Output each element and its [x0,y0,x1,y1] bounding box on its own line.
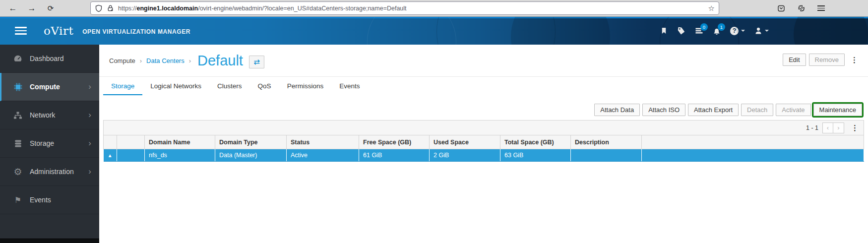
dashboard-gauge-icon [13,54,23,63]
tab-qos[interactable]: QoS [250,77,279,95]
sidebar-item-network[interactable]: Network [0,101,99,129]
table-row[interactable]: nfs_ds Data (Master) Active 61 GiB 2 GiB… [104,149,864,162]
tab-permissions[interactable]: Permissions [279,77,332,95]
breadcrumb: Compute Data Centers Default [99,45,868,69]
sidebar-item-compute[interactable]: Compute [0,73,99,101]
col-total-space[interactable]: Total Space (GB) [500,135,571,149]
status-up-icon [104,149,117,162]
col-domain-name[interactable]: Domain Name [145,135,215,149]
col-used-space[interactable]: Used Space [430,135,500,149]
sidebar-item-label: Events [30,196,51,204]
bookmark-star-icon[interactable] [708,4,715,13]
storage-disks-icon [13,139,23,148]
sidebar-item-dashboard[interactable]: Dashboard [0,45,99,73]
detach-button[interactable]: Detach [741,104,773,116]
reload-icon[interactable] [42,1,60,15]
page-actions: Edit Remove [783,54,861,66]
extensions-icon[interactable] [795,1,808,15]
sidebar: Dashboard Compute Network Storage Admin [0,45,99,243]
pager [822,122,844,133]
lock-icon[interactable] [107,4,114,12]
caret-down-icon [741,30,745,32]
help-icon [730,27,739,35]
caret-down-icon [765,30,769,32]
col-status-icon[interactable] [104,135,117,149]
chevron-right-icon [88,82,91,92]
content-area: Compute Data Centers Default Edit Remove… [99,45,868,243]
url-bar[interactable]: https://engine1.localdomain/ovirt-engine… [90,1,719,15]
url-text[interactable]: https://engine1.localdomain/ovirt-engine… [118,5,705,12]
sidebar-item-label: Administration [30,168,74,176]
tab-logical-networks[interactable]: Logical Networks [142,77,209,95]
pagination-label: 1 - 1 [806,124,818,131]
masthead-decoration [794,17,868,45]
alerts-badge: 1 [718,23,725,31]
url-domain: engine1.localdomain [137,5,198,12]
cell-blank [117,149,145,162]
user-menu[interactable] [754,27,769,35]
table-header-row: Domain Name Domain Type Status Free Spac… [104,135,864,149]
bell-icon[interactable]: 1 [713,27,721,35]
tasks-icon[interactable]: 0 [695,27,703,35]
switch-datacenter-button[interactable] [249,56,264,68]
breadcrumb-compute: Compute [109,57,135,64]
breadcrumb-data-centers-link[interactable]: Data Centers [146,57,185,64]
masthead: oVirt OPEN VIRTUALIZATION MANAGER 0 1 [0,17,868,45]
col-status[interactable]: Status [287,135,359,149]
masthead-decoration [436,17,556,45]
sidebar-item-storage[interactable]: Storage [0,129,99,158]
sidebar-item-events[interactable]: Events [0,186,99,214]
cell-filler [642,149,864,162]
browser-menu-icon[interactable] [815,3,827,13]
tag-icon[interactable] [677,27,685,35]
edit-button[interactable]: Edit [783,54,806,66]
col-description[interactable]: Description [571,135,642,149]
attach-data-button[interactable]: Attach Data [594,104,640,116]
masthead-decoration [367,17,456,45]
cell-description [571,149,642,162]
sidebar-item-label: Compute [30,83,60,91]
chevron-right-icon [88,167,91,177]
tab-storage[interactable]: Storage [103,77,142,95]
bookmark-icon[interactable] [660,27,668,35]
forward-icon[interactable] [23,1,41,15]
storage-table: Domain Name Domain Type Status Free Spac… [103,135,864,162]
col-domain-type[interactable]: Domain Type [215,135,287,149]
storage-action-buttons: Attach Data Attach ISO Attach Export Det… [105,104,862,116]
tab-clusters[interactable]: Clusters [209,77,250,95]
maintenance-button[interactable]: Maintenance [813,104,862,116]
attach-iso-button[interactable]: Attach ISO [642,104,685,116]
remove-button[interactable]: Remove [809,54,845,66]
next-page-icon[interactable] [833,122,844,133]
masthead-decoration [511,17,610,45]
col-free-space[interactable]: Free Space (GB) [359,135,430,149]
activate-button[interactable]: Activate [776,104,810,116]
browser-actions [775,1,827,15]
gear-icon [13,166,23,178]
url-scheme: https:// [118,5,137,12]
col-blank[interactable] [117,135,145,149]
shield-icon[interactable] [95,4,103,12]
col-filler [642,135,864,149]
breadcrumb-separator-icon [189,57,191,64]
browser-nav-group [4,1,60,15]
app-menu-icon[interactable] [15,27,27,35]
storage-grid: 1 - 1 Domain Name Domain Ty [103,120,864,162]
masthead-icons: 0 1 [660,27,769,35]
cell-free-space: 61 GiB [359,149,430,162]
prev-page-icon[interactable] [822,122,833,133]
back-icon[interactable] [4,1,22,15]
help-menu[interactable] [730,27,745,35]
attach-export-button[interactable]: Attach Export [688,104,739,116]
ovirt-logo[interactable]: oVirt [44,24,73,37]
cell-used-space: 2 GiB [430,149,500,162]
sidebar-item-administration[interactable]: Administration [0,158,99,186]
page-kebab-icon[interactable] [848,56,861,64]
flag-icon [13,195,23,205]
sidebar-footer [0,239,99,243]
pocket-icon[interactable] [775,1,788,15]
tab-events[interactable]: Events [331,77,368,95]
detail-tabs: Storage Logical Networks Clusters QoS Pe… [99,76,868,95]
cell-total-space: 63 GiB [500,149,571,162]
grid-kebab-icon[interactable] [848,123,862,132]
